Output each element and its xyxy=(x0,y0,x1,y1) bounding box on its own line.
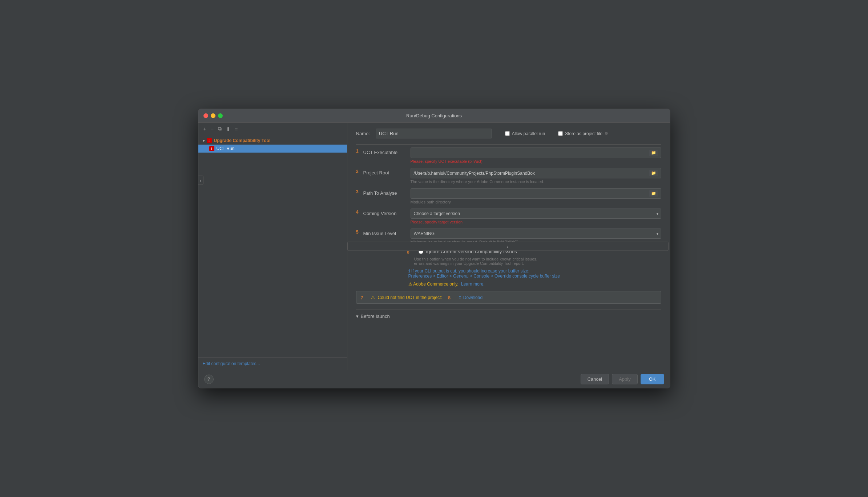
before-launch-label: Before launch xyxy=(361,314,390,319)
project-root-section: 2 Project Root /Users/b.harniuk/Communit… xyxy=(356,168,661,184)
close-button[interactable] xyxy=(203,113,208,118)
window-controls xyxy=(203,113,223,118)
project-root-hint: The value is the directory where your Ad… xyxy=(411,179,661,184)
apply-button[interactable]: Apply xyxy=(612,374,638,384)
step-2-num: 2 xyxy=(356,169,363,174)
store-project-gear-icon: ⚙ xyxy=(605,131,608,136)
path-analyse-input-wrap: 📁 Modules path directory. xyxy=(411,188,661,204)
project-root-input-wrap: /Users/b.harniuk/CommunityProjects/PhpSt… xyxy=(411,168,661,184)
name-label: Name: xyxy=(356,131,370,136)
project-root-row: 2 Project Root /Users/b.harniuk/Communit… xyxy=(356,168,661,184)
project-root-browse-btn[interactable]: 📁 xyxy=(649,170,658,176)
warning-icon: ! xyxy=(207,138,212,143)
ignore-section: 6 Ignore Current Version Compatibility I… xyxy=(407,248,661,287)
store-project-label: Store as project file xyxy=(565,131,602,136)
uct-executable-row: 1 UCT Executable 📁 Please, specify UCT e… xyxy=(356,148,661,163)
uct-warning-icon: ⚠ xyxy=(371,295,375,300)
coming-version-error: Please, specify target version xyxy=(411,220,661,224)
nav-arrow-right[interactable]: › xyxy=(347,242,669,251)
move-config-button[interactable]: ⬆ xyxy=(225,125,232,133)
info-box: ℹ If your CLI output is cut, you should … xyxy=(408,268,661,279)
uct-executable-input[interactable]: 📁 xyxy=(411,148,661,158)
coming-version-select-wrap: Choose a target version ▾ xyxy=(411,209,661,219)
tree-parent-label: Upgrade Compatibility Tool xyxy=(214,138,271,143)
name-input[interactable] xyxy=(376,129,492,138)
min-issue-select-wrap: WARNING ▾ xyxy=(411,229,661,239)
min-issue-label: Min Issue Level xyxy=(363,229,411,236)
uct-executable-error: Please, specify UCT executable (bin/uct) xyxy=(411,159,661,163)
footer-actions: Cancel Apply OK xyxy=(581,374,664,384)
ok-button[interactable]: OK xyxy=(641,374,664,384)
adobe-warning: ⚠ Adobe Commerce only. Learn more. xyxy=(408,282,661,287)
minimize-button[interactable] xyxy=(211,113,215,118)
min-issue-select[interactable]: WARNING xyxy=(411,229,661,239)
tree-chevron: ▾ xyxy=(203,139,205,143)
coming-version-input-wrap: Choose a target version ▾ Please, specif… xyxy=(411,209,661,224)
ignore-hint: Use this option when you do not want to … xyxy=(414,257,661,266)
info-text: If your CLI output is cut, you should in… xyxy=(411,268,529,274)
project-root-value: /Users/b.harniuk/CommunityProjects/PhpSt… xyxy=(414,171,535,176)
run-debug-configurations-window: Run/Debug Configurations + − ⧉ ⬆ ≡ ‹ ▾ ! xyxy=(198,109,670,388)
adobe-warning-icon: ⚠ xyxy=(408,282,412,287)
download-label: Download xyxy=(463,295,483,300)
step-3-num: 3 xyxy=(356,189,363,194)
uct-executable-browse-btn[interactable]: 📁 xyxy=(649,150,658,156)
divider-1 xyxy=(356,144,661,145)
warning-icon-child: ! xyxy=(209,146,214,151)
path-analyse-section: 3 Path To Analyse 📁 Modules path directo… xyxy=(356,188,661,204)
parallel-run-label: Allow parallel run xyxy=(512,131,545,136)
parallel-run-option: Allow parallel run xyxy=(505,131,545,136)
config-tree: ‹ ▾ ! Upgrade Compatibility Tool ! UCT R… xyxy=(198,135,347,357)
uct-warning-text: Could not find UCT in the project: xyxy=(378,295,442,300)
project-root-label: Project Root xyxy=(363,168,411,175)
nav-arrow-left[interactable]: ‹ xyxy=(198,176,203,185)
cancel-button[interactable]: Cancel xyxy=(581,374,609,384)
tree-child-label: UCT Run xyxy=(217,146,235,151)
step-4-num: 4 xyxy=(356,209,363,215)
project-root-input[interactable]: /Users/b.harniuk/CommunityProjects/PhpSt… xyxy=(411,168,661,178)
download-icon: ↥ xyxy=(458,295,462,300)
sort-config-button[interactable]: ≡ xyxy=(233,125,239,133)
uct-executable-label: UCT Executable xyxy=(363,148,411,155)
coming-version-section: 4 Coming Version Choose a target version… xyxy=(356,209,661,224)
store-project-checkbox[interactable] xyxy=(558,131,563,136)
path-analyse-label: Path To Analyse xyxy=(363,188,411,196)
window-title: Run/Debug Configurations xyxy=(406,113,462,118)
footer: ? Cancel Apply OK xyxy=(198,370,670,388)
maximize-button[interactable] xyxy=(218,113,223,118)
path-analyse-hint: Modules path directory. xyxy=(411,200,661,204)
path-analyse-input[interactable]: 📁 xyxy=(411,188,661,199)
tree-child-item[interactable]: ! UCT Run xyxy=(198,145,347,153)
step-1-num: 1 xyxy=(356,148,363,154)
path-analyse-row: 3 Path To Analyse 📁 Modules path directo… xyxy=(356,188,661,204)
tree-parent-item[interactable]: ▾ ! Upgrade Compatibility Tool xyxy=(198,137,347,145)
step-5-num: 5 xyxy=(356,229,363,235)
preferences-link[interactable]: Preferences > Editor > General > Console… xyxy=(408,274,560,279)
remove-config-button[interactable]: − xyxy=(209,125,215,133)
coming-version-row: 4 Coming Version Choose a target version… xyxy=(356,209,661,224)
sidebar-footer: Edit configuration templates... xyxy=(198,357,347,370)
adobe-warning-text: Adobe Commerce only. xyxy=(413,282,459,287)
add-config-button[interactable]: + xyxy=(202,125,208,133)
step-8-num: 8 xyxy=(448,295,455,300)
parallel-run-checkbox[interactable] xyxy=(505,131,510,136)
copy-config-button[interactable]: ⧉ xyxy=(217,125,223,133)
path-analyse-browse-btn[interactable]: 📁 xyxy=(649,190,658,197)
coming-version-select[interactable]: Choose a target version xyxy=(411,209,661,219)
sidebar-toolbar: + − ⧉ ⬆ ≡ xyxy=(198,123,347,135)
uct-warning-bar: 7 ⚠ Could not find UCT in the project: 8… xyxy=(356,291,661,304)
edit-templates-link[interactable]: Edit configuration templates... xyxy=(203,361,260,366)
uct-executable-input-wrap: 📁 Please, specify UCT executable (bin/uc… xyxy=(411,148,661,163)
coming-version-label: Coming Version xyxy=(363,209,411,216)
before-launch-chevron: ▾ xyxy=(356,314,359,319)
main-content: + − ⧉ ⬆ ≡ ‹ ▾ ! Upgrade Compatibility To… xyxy=(198,123,670,370)
step-7-num: 7 xyxy=(361,295,368,300)
info-icon: ℹ xyxy=(408,268,410,274)
name-row: Name: Allow parallel run Store as projec… xyxy=(356,129,661,138)
uct-executable-section: 1 UCT Executable 📁 Please, specify UCT e… xyxy=(356,148,661,163)
before-launch-section[interactable]: ▾ Before launch xyxy=(356,310,661,323)
help-button[interactable]: ? xyxy=(204,375,214,384)
download-link[interactable]: ↥ Download xyxy=(458,295,483,300)
sidebar: + − ⧉ ⬆ ≡ ‹ ▾ ! Upgrade Compatibility To… xyxy=(198,123,347,370)
learn-more-link[interactable]: Learn more. xyxy=(461,282,485,287)
